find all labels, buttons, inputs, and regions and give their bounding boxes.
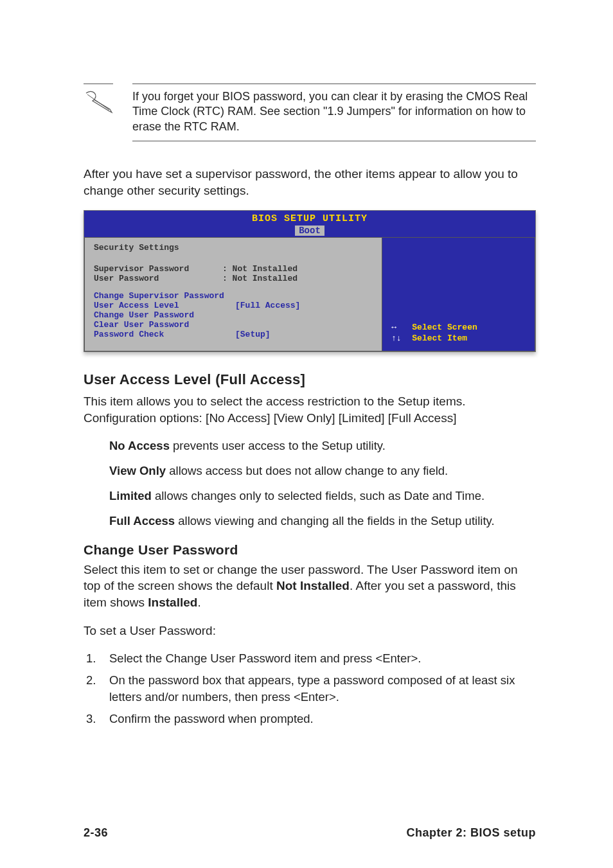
intro-paragraph: After you have set a supervisor password…: [84, 166, 536, 199]
heading-change-user-password: Change User Password: [84, 542, 536, 558]
step-item: On the password box that appears, type a…: [86, 672, 536, 705]
bios-section-title: Security Settings: [94, 243, 373, 252]
chapter-label: Chapter 2: BIOS setup: [406, 826, 536, 840]
section2-desc: Select this item to set or change the us…: [84, 562, 536, 611]
bios-help-row: ↑↓ Select Item: [391, 333, 528, 343]
step-item: Confirm the password when prompted.: [86, 711, 536, 727]
page-number: 2-36: [84, 826, 108, 840]
heading-user-access-level: User Access Level (Full Access]: [84, 371, 536, 388]
section1-desc: This item allows you to select the acces…: [84, 393, 536, 426]
option-list: No Access prevents user access to the Se…: [84, 438, 536, 529]
bios-help-row: ↔ Select Screen: [391, 323, 528, 332]
note-text: If you forget your BIOS password, you ca…: [132, 84, 536, 141]
option-limited: Limited allows changes only to selected …: [109, 488, 536, 504]
bios-menu-item: User Access Level [Full Access]: [94, 301, 373, 310]
bios-title: BIOS SETUP UTILITY: [84, 211, 535, 224]
page-footer: 2-36 Chapter 2: BIOS setup: [84, 826, 536, 840]
section2-sub: To set a User Password:: [84, 623, 536, 639]
bios-status-row: Supervisor Password : Not Installed: [94, 264, 373, 274]
bios-menu-item: Password Check [Setup]: [94, 330, 373, 339]
bios-left-panel: Security Settings Supervisor Password : …: [84, 237, 382, 351]
arrow-ud-icon: ↑↓: [391, 333, 403, 343]
option-view-only: View Only allows access but does not all…: [109, 463, 536, 479]
bios-menu-item: Clear User Password: [94, 320, 373, 330]
bios-tab-boot: Boot: [295, 226, 324, 236]
note-callout: If you forget your BIOS password, you ca…: [84, 84, 536, 141]
note-pencil-icon: [84, 84, 113, 116]
bios-right-panel: ↔ Select Screen ↑↓ Select Item: [382, 237, 535, 351]
step-item: Select the Change User Password item and…: [86, 650, 536, 667]
steps-list: Select the Change User Password item and…: [86, 650, 536, 727]
bios-tab-row: Boot: [84, 224, 535, 237]
bios-menu-item: Change User Password: [94, 310, 373, 320]
bios-menu-item: Change Supervisor Password: [94, 291, 373, 301]
bios-status-row: User Password : Not Installed: [94, 274, 373, 283]
option-full-access: Full Access allows viewing and changing …: [109, 513, 536, 529]
bios-screenshot: BIOS SETUP UTILITY Boot Security Setting…: [84, 210, 536, 352]
arrow-lr-icon: ↔: [391, 323, 403, 332]
option-no-access: No Access prevents user access to the Se…: [109, 438, 536, 454]
